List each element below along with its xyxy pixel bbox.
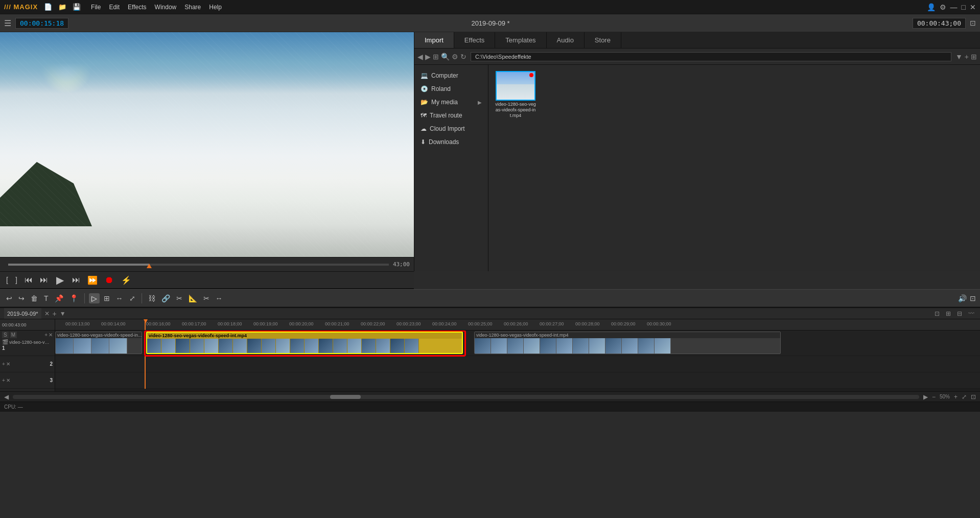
close-icon[interactable]: ✕ [970, 3, 976, 11]
minimize-icon[interactable]: — [950, 3, 958, 11]
sidebar-item-travelroute[interactable]: 🗺 Travel route [414, 109, 488, 122]
timeline-tab-label[interactable]: 2019-09-09* [4, 308, 41, 319]
menu-effects[interactable]: Effects [128, 4, 146, 11]
sidebar-item-roland[interactable]: 💿 Roland [414, 82, 488, 96]
move-tool[interactable]: ↔ [114, 293, 125, 303]
clip-right-1[interactable]: video-1280-seo-vegas-videofx-speed-int.m… [474, 332, 781, 354]
tab-effects[interactable]: Effects [454, 32, 496, 48]
menu-edit[interactable]: Edit [109, 4, 120, 11]
track2-add-btn[interactable]: + [2, 361, 5, 367]
go-start-btn[interactable]: ⏮ [22, 274, 35, 286]
zoom-fit2-btn[interactable]: ⊡ [971, 393, 976, 401]
tab-templates[interactable]: Templates [495, 32, 546, 48]
tab-store[interactable]: Store [585, 32, 621, 48]
mark-in-btn[interactable]: [ [4, 275, 10, 285]
cut-tool[interactable]: ✂ [174, 293, 184, 303]
insert-tool[interactable]: ↔ [214, 293, 225, 303]
delete-btn[interactable]: 🗑 [29, 293, 40, 303]
mark-out-btn[interactable]: ] [13, 275, 19, 285]
split-tool[interactable]: ✂ [201, 293, 212, 303]
tab-import[interactable]: Import [414, 32, 454, 48]
nav-search-btn[interactable]: 🔍 [441, 53, 450, 61]
window-maximize-btn[interactable]: ⊡ [970, 19, 976, 27]
preview-progress-bar[interactable]: 43;00 [0, 257, 414, 271]
menu-file[interactable]: File [91, 4, 101, 11]
nav-expand-btn[interactable]: ▼ [955, 53, 963, 61]
link-tool[interactable]: ⛓ [146, 293, 157, 303]
hamburger-icon[interactable]: ☰ [4, 18, 11, 28]
clip-main-selected[interactable]: video-1280-seo-vegas-videofx-speed-int.m… [146, 332, 463, 354]
nav-grid-btn[interactable]: ⊞ [971, 53, 977, 61]
record-btn[interactable]: ⏺ [103, 274, 116, 287]
track1-add-btn[interactable]: + [44, 332, 48, 338]
view-single-btn[interactable]: ⊡ [933, 310, 941, 318]
view-double-btn[interactable]: ⊞ [944, 310, 952, 318]
track3-close-btn[interactable]: ✕ [6, 378, 10, 383]
undo-btn[interactable]: ↩ [4, 293, 14, 303]
timeline-scroll[interactable]: 00:00:13;00 00:00:14;00 | 00:00:16;00 00… [55, 319, 980, 391]
next-frame-btn[interactable]: ⏭ [70, 274, 82, 286]
view-wave-btn[interactable]: 〰 [967, 310, 976, 318]
menu-window[interactable]: Window [155, 4, 177, 11]
nav-settings-btn[interactable]: ⚙ [452, 53, 458, 61]
expand-btn[interactable]: ⊡ [970, 294, 976, 302]
settings-icon[interactable]: ⚙ [940, 3, 946, 11]
save-icon[interactable]: 💾 [73, 3, 81, 11]
nav-forward-btn[interactable]: ▶ [425, 53, 431, 61]
flash-btn[interactable]: ⚡ [119, 274, 133, 286]
track2-close-btn[interactable]: ✕ [6, 361, 10, 367]
select-tool[interactable]: ▷ [89, 293, 100, 303]
horizontal-scrollbar[interactable] [13, 395, 919, 399]
marker-btn[interactable]: 📌 [53, 293, 65, 303]
stretch-tool[interactable]: ⤢ [127, 293, 137, 303]
tab-audio[interactable]: Audio [547, 32, 585, 48]
redo-btn[interactable]: ↪ [16, 293, 27, 303]
sidebar-item-cloudimport[interactable]: ☁ Cloud Import [414, 122, 488, 135]
sidebar-item-computer[interactable]: 💻 Computer [414, 69, 488, 82]
group-tool[interactable]: 🔗 [159, 293, 172, 303]
sidebar-item-mymedia[interactable]: 📂 My media ▶ [414, 96, 488, 109]
scroll-thumb[interactable] [330, 395, 361, 399]
track1-close-btn[interactable]: ✕ [49, 332, 53, 338]
track-row-2[interactable] [55, 356, 980, 372]
path-bar[interactable]: C:\Video\Speedeffekte [471, 52, 951, 61]
nav-refresh-btn[interactable]: ↻ [460, 53, 466, 61]
timeline-ruler[interactable]: 00:00:13;00 00:00:14;00 | 00:00:16;00 00… [55, 319, 980, 331]
timeline-close-btn[interactable]: ✕ [44, 310, 50, 317]
track1-m-btn[interactable]: M [10, 332, 17, 338]
timecode-left[interactable]: 00:00:15:18 [15, 18, 68, 29]
go-end-btn[interactable]: ⏩ [85, 274, 100, 286]
prev-frame-btn[interactable]: ⏭ [38, 274, 50, 286]
nav-home-btn[interactable]: ⊞ [433, 53, 439, 61]
folder-icon[interactable]: 📁 [58, 3, 66, 11]
file-icon[interactable]: 📄 [44, 3, 52, 11]
vol-btn[interactable]: 🔊 [958, 294, 967, 302]
trim-tool[interactable]: 📐 [186, 293, 199, 303]
scroll-left-btn[interactable]: ◀ [4, 393, 9, 401]
text-btn[interactable]: T [42, 293, 51, 303]
timeline-dropdown-btn[interactable]: ▼ [60, 310, 66, 317]
marker2-btn[interactable]: 📍 [67, 293, 80, 303]
timecode-right[interactable]: 00:00:43;00 [913, 18, 966, 29]
zoom-out-btn[interactable]: − [932, 393, 936, 401]
maximize-icon[interactable]: □ [962, 3, 966, 11]
timeline-add-btn[interactable]: + [53, 310, 57, 318]
play-btn[interactable]: ▶ [53, 273, 67, 287]
track-row-3[interactable] [55, 372, 980, 389]
sidebar-item-downloads[interactable]: ⬇ Downloads [414, 135, 488, 149]
zoom-fit-btn[interactable]: ⤢ [962, 393, 967, 401]
menu-share[interactable]: Share [184, 4, 201, 11]
track-row-1[interactable]: video-1280-seo-vegas-videofx-speed-in...… [55, 331, 980, 356]
nav-back-btn[interactable]: ◀ [417, 53, 423, 61]
nav-add-btn[interactable]: + [965, 53, 969, 61]
track1-s-btn[interactable]: S [2, 332, 9, 338]
view-multi-btn[interactable]: ⊟ [955, 310, 964, 318]
track3-add-btn[interactable]: + [2, 378, 5, 383]
clip-left-1[interactable]: video-1280-seo-vegas-videofx-speed-in... [55, 332, 142, 354]
user-icon[interactable]: 👤 [927, 3, 936, 11]
file-thumbnail[interactable]: video-1280-seo-vegas-videofx-speed-int.m… [495, 71, 536, 118]
video-preview[interactable] [0, 32, 414, 257]
zoom-in-btn[interactable]: + [954, 393, 958, 401]
menu-help[interactable]: Help [209, 4, 222, 11]
select-all-tool[interactable]: ⊞ [102, 293, 112, 303]
